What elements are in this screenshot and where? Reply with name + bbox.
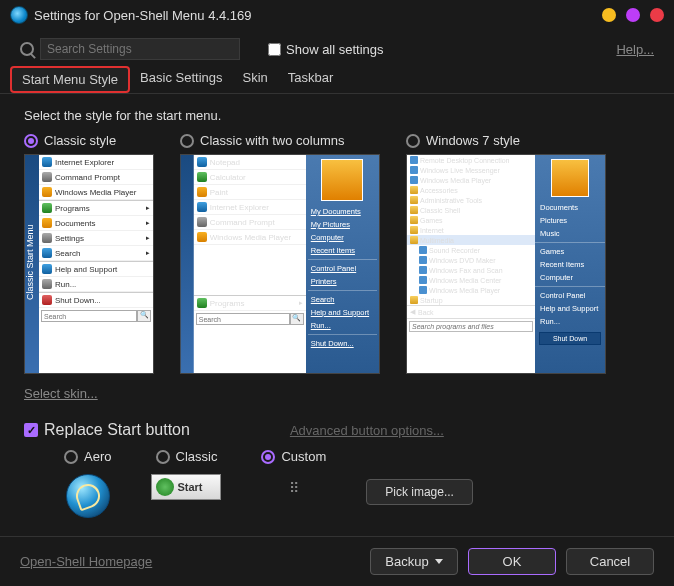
button-style-aero[interactable]: Aero (64, 449, 111, 518)
button-style-custom[interactable]: Custom ⠿ (261, 449, 326, 502)
tab-basic-settings[interactable]: Basic Settings (130, 66, 232, 93)
style-two-columns[interactable]: Classic with two columns Notepad Calcula… (180, 133, 380, 374)
radio-two-columns[interactable] (180, 134, 194, 148)
preview-two-columns[interactable]: Notepad Calculator Paint Internet Explor… (180, 154, 380, 374)
minimize-button[interactable] (602, 8, 616, 22)
classic-start-icon: Start (151, 474, 221, 500)
aero-orb-icon (66, 474, 110, 518)
content: Select the style for the start menu. Cla… (0, 94, 674, 518)
window-title: Settings for Open-Shell Menu 4.4.169 (34, 8, 252, 23)
search-icon (20, 42, 34, 56)
radio-aero[interactable] (64, 450, 78, 464)
cancel-button[interactable]: Cancel (566, 548, 654, 575)
preview-list: Internet Explorer Command Prompt Windows… (39, 155, 153, 373)
show-all-checkbox[interactable]: Show all settings (268, 42, 384, 57)
search-input[interactable] (40, 38, 240, 60)
maximize-button[interactable] (626, 8, 640, 22)
style-prompt: Select the style for the start menu. (24, 108, 650, 123)
backup-button[interactable]: Backup (370, 548, 458, 575)
tab-skin[interactable]: Skin (232, 66, 277, 93)
style-windows7[interactable]: Windows 7 style Remote Desktop Connectio… (406, 133, 606, 374)
style-grid: Classic style Classic Start Menu Interne… (24, 133, 650, 374)
custom-preview-icon: ⠿ (280, 474, 308, 502)
radio-classic[interactable] (24, 134, 38, 148)
titlebar: Settings for Open-Shell Menu 4.4.169 (0, 0, 674, 30)
show-all-check[interactable] (268, 43, 281, 56)
button-styles: Aero Classic Start Custom ⠿ Pick image..… (24, 439, 650, 518)
help-link[interactable]: Help... (616, 42, 654, 57)
tab-taskbar[interactable]: Taskbar (278, 66, 344, 93)
select-skin-link[interactable]: Select skin... (24, 386, 650, 401)
window-controls (602, 8, 664, 22)
tab-start-menu-style[interactable]: Start Menu Style (10, 66, 130, 93)
footer: Open-Shell Homepage Backup OK Cancel (0, 536, 674, 586)
homepage-link[interactable]: Open-Shell Homepage (20, 554, 152, 569)
advanced-button-options-link[interactable]: Advanced button options... (290, 423, 444, 438)
style-classic[interactable]: Classic style Classic Start Menu Interne… (24, 133, 154, 374)
button-style-classic[interactable]: Classic Start (151, 449, 221, 500)
preview-windows7[interactable]: Remote Desktop Connection Windows Live M… (406, 154, 606, 374)
replace-start-row: Replace Start button Advanced button opt… (24, 421, 650, 439)
radio-custom[interactable] (261, 450, 275, 464)
preview-classic[interactable]: Classic Start Menu Internet Explorer Com… (24, 154, 154, 374)
app-icon (10, 6, 28, 24)
ok-button[interactable]: OK (468, 548, 556, 575)
radio-windows7[interactable] (406, 134, 420, 148)
tabs: Start Menu Style Basic Settings Skin Tas… (0, 66, 674, 94)
replace-start-label: Replace Start button (44, 421, 190, 439)
replace-start-checkbox[interactable] (24, 423, 38, 437)
radio-classic-btn[interactable] (156, 450, 170, 464)
toolbar: Show all settings Help... (0, 30, 674, 66)
pick-image-button[interactable]: Pick image... (366, 479, 473, 505)
close-button[interactable] (650, 8, 664, 22)
